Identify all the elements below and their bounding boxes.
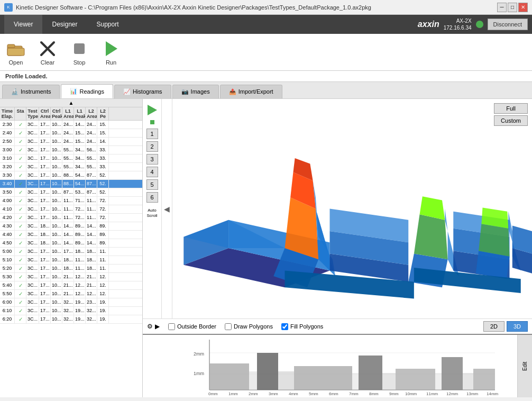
table-row[interactable]: 4:00✓3C...17...10...11...71...11...72. <box>0 197 142 205</box>
table-row[interactable]: 2:50✓3C...17...10...24...15...24...14. <box>0 138 142 146</box>
table-cell: 19. <box>97 315 109 323</box>
full-button[interactable]: Full <box>494 103 528 114</box>
table-cell: 5:00 <box>0 248 15 256</box>
table-row[interactable]: 5:40✓3C...17...10...21...12...21...12. <box>0 281 142 290</box>
outside-border-checkbox[interactable] <box>168 323 175 330</box>
table-cell: 2:50 <box>0 138 15 145</box>
draw-polygons-checkbox[interactable] <box>225 323 232 330</box>
maximize-button[interactable]: □ <box>508 3 517 12</box>
table-row[interactable]: 2:40✓3C...17...10...24...15...24...15. <box>0 129 142 138</box>
table-cell: 3C... <box>26 265 39 272</box>
table-cell: 3:00 <box>0 146 15 154</box>
disconnect-button[interactable]: Disconnect <box>488 19 528 30</box>
svg-marker-6 <box>106 41 117 56</box>
table-cell: 52. <box>97 188 109 196</box>
draw-polygons-row: Draw Polygons <box>225 323 273 330</box>
stop-button[interactable]: Stop <box>69 39 90 66</box>
view-num-4[interactable]: 4 <box>146 167 158 177</box>
table-row[interactable]: 5:50✓3C...17...10...21...12...12...12. <box>0 290 142 298</box>
tab-instruments[interactable]: 🔬 Instruments <box>2 85 60 98</box>
svg-text:5mm: 5mm <box>309 391 318 395</box>
table-cell: 87... <box>62 188 74 196</box>
table-cell: 10... <box>51 205 62 213</box>
menu-viewer[interactable]: Viewer <box>4 15 42 34</box>
left-arrow-panel: ◀ <box>162 99 172 318</box>
table-row[interactable]: 5:00✓3C...17...10...17...18...18...11. <box>0 248 142 256</box>
menu-designer[interactable]: Designer <box>42 15 87 34</box>
2d-button[interactable]: 2D <box>483 321 505 332</box>
table-cell: 19... <box>74 307 86 315</box>
table-cell: 11... <box>74 256 86 264</box>
instruments-icon: 🔬 <box>11 88 19 95</box>
scroll-up-arrow[interactable]: ▲ <box>0 99 142 107</box>
tab-histograms[interactable]: 📈 Histograms <box>114 85 171 98</box>
main-content: ▲ TimeElap. Sta TestType CtrlArea CtrlPe… <box>0 99 532 397</box>
minimize-button[interactable]: ─ <box>497 3 507 12</box>
view-num-5[interactable]: 5 <box>146 179 158 190</box>
table-row[interactable]: 4:10✓3C...17...10...11...72...11...72. <box>0 205 142 214</box>
table-cell: 17... <box>39 129 51 137</box>
tab-import-export[interactable]: 📤 Import/Export <box>220 85 282 98</box>
table-cell: ✓ <box>15 121 26 129</box>
check-icon: ✓ <box>19 156 23 161</box>
tab-readings[interactable]: 📊 Readings <box>61 84 113 98</box>
tab-images[interactable]: 📷 Images <box>172 85 219 98</box>
auto-scroll-control[interactable]: AutoScroll <box>146 208 157 218</box>
table-cell: 14... <box>62 222 74 230</box>
left-arrow-button[interactable]: ◀ <box>164 205 170 213</box>
table-cell: 18... <box>39 239 51 247</box>
table-cell: 34... <box>74 154 86 162</box>
table-row[interactable]: 3:50✓3C...17...10...87...53...87...52. <box>0 188 142 197</box>
svg-text:10mm: 10mm <box>405 391 417 395</box>
open-button[interactable]: Open <box>5 39 26 66</box>
check-icon: ✓ <box>19 147 23 153</box>
table-row[interactable]: 5:10✓3C...17...10...18...11...18...11. <box>0 256 142 265</box>
table-cell: 54... <box>74 171 86 179</box>
menu-support[interactable]: Support <box>87 15 129 34</box>
table-row[interactable]: 4:50✓3C...18...10...14...89...14...89. <box>0 239 142 248</box>
table-row[interactable]: 3:10✓3C...17...10...55...34...55...33. <box>0 154 142 163</box>
run-button[interactable]: Run <box>100 39 122 66</box>
custom-button[interactable]: Custom <box>494 115 528 126</box>
settings-icon[interactable]: ⚙ <box>147 323 153 330</box>
table-cell: 5:10 <box>0 256 15 264</box>
table-row[interactable]: 3:20✓3C...17...10...55...34...55...33. <box>0 163 142 171</box>
table-row[interactable]: 3:40✓3C...17...10...88...54...87...52. <box>0 180 142 188</box>
table-cell: 10... <box>51 146 62 154</box>
table-cell: 10... <box>51 197 62 205</box>
table-cell: 4:40 <box>0 231 15 239</box>
3d-visualization: Full Custom <box>172 99 532 318</box>
table-cell: 17... <box>39 315 51 323</box>
table-row[interactable]: 6:20✓3C...17...10...32...19...32...19. <box>0 315 142 324</box>
table-cell: 17... <box>39 273 51 281</box>
clear-button[interactable]: Clear <box>37 39 58 66</box>
table-cell: 6:20 <box>0 315 15 323</box>
close-button[interactable]: ✕ <box>518 3 528 12</box>
view-num-2[interactable]: 2 <box>146 141 158 152</box>
edit-button[interactable]: Edit <box>521 356 529 377</box>
view-num-3[interactable]: 3 <box>146 154 158 165</box>
play-button[interactable] <box>144 102 160 118</box>
table-cell: 3C... <box>26 129 39 137</box>
table-row[interactable]: 5:30✓3C...17...10...21...12...21...12. <box>0 273 142 281</box>
table-cell: 10... <box>51 180 62 188</box>
table-cell: 53... <box>74 188 86 196</box>
svg-text:2mm: 2mm <box>249 391 258 395</box>
table-row[interactable]: 6:10✓3C...17...10...32...19...32...19. <box>0 307 142 315</box>
table-row[interactable]: 3:30✓3C...17...10...88...54...87...52. <box>0 171 142 180</box>
table-row[interactable]: 6:00✓3C...17...10...32...19...23...19. <box>0 298 142 307</box>
table-row[interactable]: 3:00✓3C...17...10...55...34...56...33. <box>0 146 142 154</box>
table-cell: 5:30 <box>0 273 15 281</box>
view-num-1[interactable]: 1 <box>146 129 158 139</box>
table-row[interactable]: 2:30✓3C...17...10...24...14...24...15. <box>0 121 142 129</box>
3d-button[interactable]: 3D <box>507 321 528 332</box>
table-cell: 89. <box>97 222 109 230</box>
expand-icon[interactable]: ▶ <box>155 323 160 330</box>
table-row[interactable]: 4:30✓3C...18...10...14...89...14...89. <box>0 222 142 231</box>
view-num-6[interactable]: 6 <box>146 192 158 203</box>
table-row[interactable]: 5:20✓3C...17...10...18...11...18...11. <box>0 265 142 273</box>
table-row[interactable]: 4:40✓3C...18...10...14...89...14...89. <box>0 231 142 239</box>
fill-polygons-checkbox[interactable] <box>281 323 288 330</box>
table-cell: 19. <box>97 298 109 306</box>
table-row[interactable]: 4:20✓3C...17...10...11...72...11...72. <box>0 214 142 222</box>
